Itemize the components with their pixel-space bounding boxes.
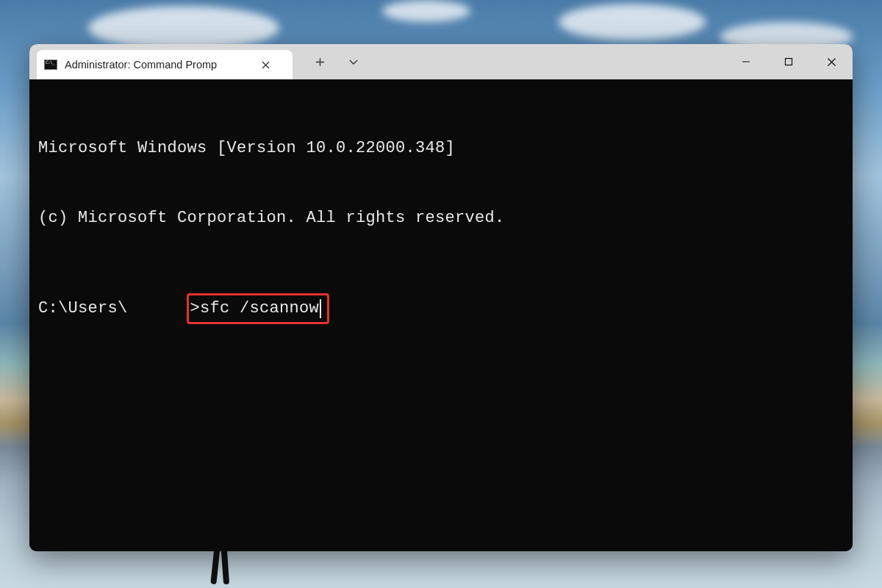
terminal-output[interactable]: Microsoft Windows [Version 10.0.22000.34… [29,79,853,551]
titlebar[interactable]: Administrator: Command Promp [29,44,853,79]
active-tab[interactable]: Administrator: Command Promp [37,50,293,79]
tab-dropdown-button[interactable] [337,44,370,79]
close-window-button[interactable] [810,44,853,79]
prompt-line[interactable]: C:\Users\>sfc /scannow [38,293,844,324]
maximize-button[interactable] [767,44,810,79]
maximize-icon [784,57,793,66]
close-icon [262,61,270,69]
text-cursor [320,299,321,318]
cmd-icon [44,60,57,70]
prompt-prefix: C:\Users\ [38,297,128,320]
minimize-icon [742,57,750,66]
tab-title: Administrator: Command Promp [65,59,250,71]
prompt-suffix: > [190,297,201,320]
terminal-window: Administrator: Command Promp [29,44,853,551]
command-text: sfc /scannow [200,297,319,320]
banner-line-2: (c) Microsoft Corporation. All rights re… [38,207,844,230]
minimize-button[interactable] [725,44,767,79]
plus-icon [315,57,325,67]
tab-close-button[interactable] [257,57,273,73]
chevron-down-icon [348,59,359,65]
command-highlight: >sfc /scannow [187,293,330,324]
svg-rect-5 [786,59,792,65]
banner-line-1: Microsoft Windows [Version 10.0.22000.34… [38,137,844,160]
new-tab-button[interactable] [303,44,337,79]
close-icon [827,57,836,67]
redacted-username [128,300,188,318]
